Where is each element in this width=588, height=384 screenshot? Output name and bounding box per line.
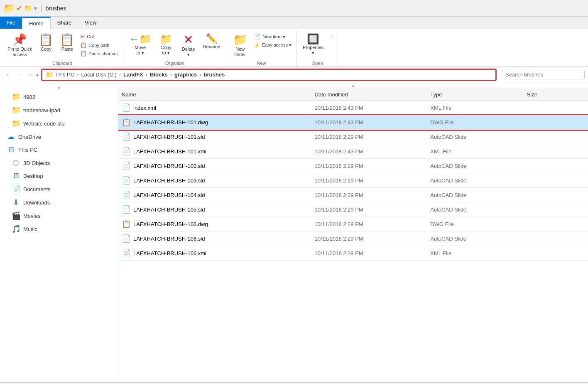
properties-button[interactable]: 🔲 Properties▾	[300, 32, 326, 57]
open-content: 🔲 Properties▾ H	[300, 32, 334, 59]
sidebar-item-movies-label: Movies	[23, 213, 40, 219]
sidebar-item-4982[interactable]: 📁 4982	[0, 90, 118, 103]
tab-view[interactable]: View	[78, 17, 103, 29]
copy-icon: 📋	[39, 34, 53, 46]
table-row[interactable]: 📄 LAFXHATCH-BRUSH-101.xml 10/11/2018 2:4…	[118, 144, 588, 159]
dwg-file-icon-2: 📋	[122, 219, 131, 229]
file-icon: 📄	[122, 234, 131, 243]
file-type-cell: XML File	[430, 105, 527, 111]
sidebar-item-music[interactable]: 🎵 Music	[0, 222, 118, 236]
header-type[interactable]: Type	[430, 91, 527, 98]
breadcrumb-item-blocks[interactable]: Blocks	[150, 71, 168, 78]
history-button[interactable]: H	[328, 33, 334, 40]
delete-button[interactable]: ✕ Delete▾	[178, 32, 199, 59]
sidebar-item-music-label: Music	[23, 226, 37, 232]
table-row[interactable]: 📄 LAFXHATCH-BRUSH-106.xml 10/11/2018 2:2…	[118, 246, 588, 261]
table-row[interactable]: 📋 LAFXHATCH-BRUSH-101.dwg 10/11/2018 2:4…	[118, 115, 588, 130]
sidebar-item-documents[interactable]: 📄 Documents	[0, 182, 118, 196]
properties-label: Properties▾	[303, 45, 323, 56]
breadcrumb-item-this-pc[interactable]: This PC	[55, 71, 74, 78]
tab-home[interactable]: Home	[22, 17, 51, 29]
file-date-cell: 10/11/2018 2:29 PM	[315, 177, 431, 184]
sidebar-item-website-label: Website code stu	[23, 121, 64, 127]
pin-quick-access-button[interactable]: 📌 Pin to Quickaccess	[5, 32, 34, 59]
desktop-icon: 🖥	[12, 172, 20, 180]
breadcrumb-item-graphics[interactable]: graphics	[174, 71, 197, 78]
new-folder-label: Newfolder	[234, 47, 246, 57]
table-row[interactable]: 📄 LAFXHATCH-BRUSH-101.sld 10/11/2018 2:2…	[118, 130, 588, 144]
easy-access-label: Easy access ▾	[262, 42, 292, 48]
new-item-icon: 📄	[254, 33, 261, 40]
table-row[interactable]: 📄 LAFXHATCH-BRUSH-104.sld 10/11/2018 2:2…	[118, 188, 588, 202]
file-type-cell: AutoCAD Slide	[430, 192, 527, 198]
file-icon: 📄	[122, 132, 131, 141]
new-folder-button[interactable]: 📁 Newfolder	[230, 32, 250, 59]
sidebar-item-movies[interactable]: 🎬 Movies	[0, 209, 118, 222]
breadcrumb-sep-4: ›	[170, 71, 172, 78]
sidebar-item-3d-objects[interactable]: ⬡ 3D Objects	[0, 156, 118, 170]
breadcrumb[interactable]: 📁 This PC › Local Disk (C:) › LandFX › B…	[41, 69, 497, 81]
file-date-cell: 10/11/2018 2:29 PM	[315, 207, 431, 213]
breadcrumb-sep-3: ›	[146, 71, 147, 78]
copy-path-button[interactable]: 📋 Copy path	[78, 41, 119, 49]
table-row[interactable]: 📄 LAFXHATCH-BRUSH-105.sld 10/11/2018 2:2…	[118, 202, 588, 217]
ribbon: 📌 Pin to Quickaccess 📋 Copy 📋 Paste ✂ Cu…	[0, 29, 588, 67]
search-input[interactable]	[502, 70, 585, 79]
sidebar-item-onedrive-label: OneDrive	[18, 134, 41, 140]
file-icon: 📄	[122, 190, 131, 199]
new-item-button[interactable]: 📄 New item ▾	[252, 32, 293, 41]
sidebar-item-downloads[interactable]: ⬇ Downloads	[0, 196, 118, 209]
table-row[interactable]: 📄 LAFXHATCH-BRUSH-103.sld 10/11/2018 2:2…	[118, 173, 588, 188]
clipboard-content: 📌 Pin to Quickaccess 📋 Copy 📋 Paste ✂ Cu…	[5, 32, 120, 59]
title-bar-icons: 📁 ✔ 📁 ▾ | brushes	[3, 3, 66, 14]
file-name-cell: 📄 LAFXHATCH-BRUSH-101.sld	[122, 132, 315, 141]
up-button[interactable]: ↑	[27, 70, 34, 79]
cut-icon: ✂	[80, 33, 85, 40]
new-label: New	[257, 61, 266, 66]
sidebar-item-onedrive[interactable]: ☁ OneDrive	[0, 130, 118, 143]
pin-icon: 📌	[12, 34, 27, 46]
tab-file[interactable]: File	[0, 17, 22, 29]
file-name-text: LAFXHATCH-BRUSH-103.sld	[133, 177, 205, 184]
tab-share[interactable]: Share	[51, 17, 78, 29]
forward-button[interactable]: →	[15, 70, 25, 79]
table-row[interactable]: 📄 index.xml 10/11/2018 2:43 PM XML File	[118, 101, 588, 115]
organize-content: ←📁 Moveto ▾ 📁 Copyto ▾ ✕ Delete▾ ✏️ Rena…	[127, 32, 223, 59]
table-row[interactable]: 📋 LAFXHATCH-BRUSH-106.dwg 10/11/2018 2:2…	[118, 217, 588, 231]
documents-icon: 📄	[12, 185, 20, 194]
move-to-button[interactable]: ←📁 Moveto ▾	[127, 32, 154, 57]
copy-button[interactable]: 📋 Copy	[36, 32, 56, 54]
breadcrumb-item-brushes[interactable]: brushes	[204, 71, 225, 78]
file-name-text: LAFXHATCH-BRUSH-105.sld	[133, 207, 205, 213]
folder-icon-large: 📁	[3, 3, 15, 14]
header-name[interactable]: Name	[122, 91, 315, 98]
file-type-cell: DWG File	[430, 119, 527, 126]
copy-to-icon: 📁	[160, 34, 172, 44]
paste-shortcut-button[interactable]: 📋 Paste shortcut	[78, 49, 119, 57]
file-date-cell: 10/11/2018 2:29 PM	[315, 221, 431, 227]
sidebar-item-this-pc[interactable]: 🖥 This PC	[0, 143, 118, 156]
copy-to-button[interactable]: 📁 Copyto ▾	[156, 32, 176, 57]
header-size[interactable]: Size	[527, 91, 585, 98]
table-row[interactable]: 📄 LAFXHATCH-BRUSH-102.sld 10/11/2018 2:2…	[118, 159, 588, 173]
file-name-text: LAFXHATCH-BRUSH-106.dwg	[133, 221, 208, 227]
file-type-cell: AutoCAD Slide	[430, 236, 527, 242]
rename-icon: ✏️	[206, 34, 217, 43]
cut-button[interactable]: ✂ Cut	[78, 32, 119, 41]
breadcrumb-item-local-disk[interactable]: Local Disk (C:)	[81, 71, 116, 78]
paste-label: Paste	[61, 47, 73, 52]
breadcrumb-item-landfx[interactable]: LandFX	[123, 71, 143, 78]
header-date[interactable]: Date modified	[315, 91, 431, 98]
rename-button[interactable]: ✏️ Rename	[201, 32, 223, 51]
table-row[interactable]: 📄 LAFXHATCH-BRUSH-106.sld 10/11/2018 2:2…	[118, 231, 588, 246]
sidebar-item-desktop[interactable]: 🖥 Desktop	[0, 170, 118, 182]
title-arrow: ▾	[34, 5, 37, 12]
new-folder-icon: 📁	[233, 34, 247, 46]
easy-access-button[interactable]: ⚡ Easy access ▾	[252, 41, 293, 49]
paste-button[interactable]: 📋 Paste	[57, 32, 77, 54]
sidebar-item-website[interactable]: 📁 Website code stu	[0, 117, 118, 130]
sidebar-item-tradeshow[interactable]: 📁 tradeshow-ipad	[0, 103, 118, 117]
back-button[interactable]: ←	[3, 70, 13, 79]
file-name-cell: 📄 LAFXHATCH-BRUSH-104.sld	[122, 190, 315, 199]
copy-label: Copy	[41, 47, 51, 52]
